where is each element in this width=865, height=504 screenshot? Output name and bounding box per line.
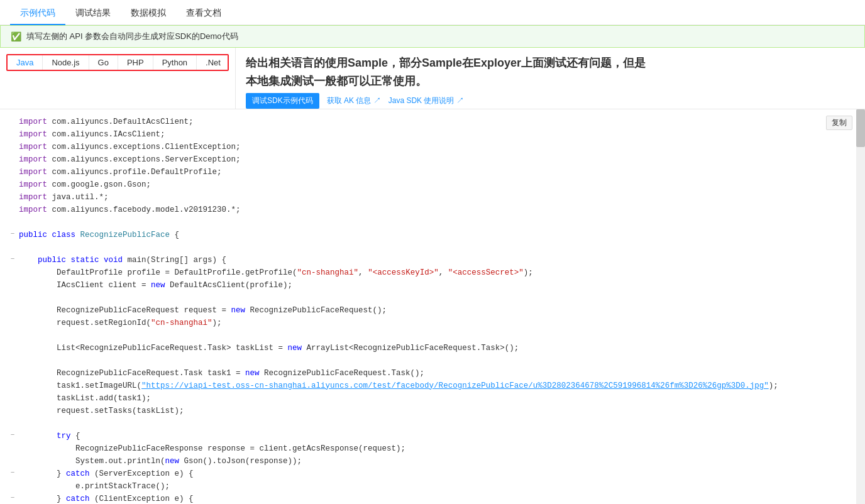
code-content xyxy=(19,216,852,229)
lang-tabs-container: Java Node.js Go PHP Python .Net Ruby xyxy=(6,54,229,71)
desc-actions: 调试SDK示例代码 获取 AK 信息 ↗ Java SDK 使用说明 ↗ xyxy=(246,93,855,109)
code-content: import com.aliyuncs.facebody.model.v2019… xyxy=(19,204,852,216)
code-content: IAcsClient client = new DefaultAcsClient… xyxy=(19,279,852,292)
code-line xyxy=(6,292,865,304)
code-line: import java.util.*; xyxy=(6,191,865,204)
code-line xyxy=(6,417,865,430)
lang-tab-nodejs[interactable]: Node.js xyxy=(43,55,89,70)
info-banner: ✅ 填写左侧的 API 参数会自动同步生成对应SDK的Demo代码 xyxy=(0,25,865,48)
code-line: import com.aliyuncs.IAcsClient; xyxy=(6,128,865,141)
code-line: import com.aliyuncs.exceptions.ClientExc… xyxy=(6,141,865,153)
code-content: DefaultProfile profile = DefaultProfile.… xyxy=(19,266,852,279)
code-content: RecognizePublicFaceRequest.Task task1 = … xyxy=(19,367,852,380)
code-line: import com.aliyuncs.profile.DefaultProfi… xyxy=(6,166,865,178)
nav-tab-docs[interactable]: 查看文档 xyxy=(176,0,231,25)
code-line: IAcsClient client = new DefaultAcsClient… xyxy=(6,279,865,292)
code-content: request.setRegionId("cn-shanghai"); xyxy=(19,317,852,329)
code-line: RecognizePublicFaceRequest request = new… xyxy=(6,304,865,317)
sdk-demo-button[interactable]: 调试SDK示例代码 xyxy=(246,93,319,109)
code-line: − } catch (ClientException e) { xyxy=(6,493,865,504)
right-panel: 给出相关语言的使用Sample，部分Sample在Exployer上面测试还有问… xyxy=(236,48,865,109)
code-content: import com.google.gson.Gson; xyxy=(19,178,852,191)
fold-col-catch2[interactable]: − xyxy=(6,493,19,504)
left-panel: Java Node.js Go PHP Python .Net Ruby xyxy=(0,48,236,109)
code-section: 复制 import com.aliyuncs.DefaultAcsClient;… xyxy=(0,109,865,504)
banner-text: 填写左侧的 API 参数会自动同步生成对应SDK的Demo代码 xyxy=(26,31,238,42)
lang-tab-python[interactable]: Python xyxy=(153,55,197,70)
code-content xyxy=(19,417,852,430)
code-content: taskList.add(task1); xyxy=(19,392,852,405)
code-content: request.setTasks(taskList); xyxy=(19,405,852,417)
code-line: − public class RecognizePublicFace { xyxy=(6,229,865,241)
code-line: List<RecognizePublicFaceRequest.Task> ta… xyxy=(6,342,865,354)
code-content: import java.util.*; xyxy=(19,191,852,204)
main-container: Java Node.js Go PHP Python .Net Ruby 给出相… xyxy=(0,48,865,504)
nav-tab-mock[interactable]: 数据模拟 xyxy=(121,0,176,25)
code-line: import com.aliyuncs.facebody.model.v2019… xyxy=(6,204,865,216)
code-line: e.printStackTrace(); xyxy=(6,480,865,493)
lang-tab-java[interactable]: Java xyxy=(8,55,43,70)
nav-tab-sample[interactable]: 示例代码 xyxy=(10,0,65,25)
scrollbar[interactable] xyxy=(856,109,865,504)
code-line: RecognizePublicFaceResponse response = c… xyxy=(6,442,865,455)
code-content: import com.aliyuncs.exceptions.ServerExc… xyxy=(19,153,852,166)
code-content: List<RecognizePublicFaceRequest.Task> ta… xyxy=(19,342,852,354)
code-line: − public static void main(String[] args)… xyxy=(6,254,865,266)
fold-col-catch1[interactable]: − xyxy=(6,468,19,479)
code-line: task1.setImageURL("https://viapi-test.os… xyxy=(6,380,865,392)
code-line: import com.google.gson.Gson; xyxy=(6,178,865,191)
desc-line1: 给出相关语言的使用Sample，部分Sample在Exployer上面测试还有问… xyxy=(246,57,646,69)
scrollbar-thumb[interactable] xyxy=(856,109,865,147)
check-circle-icon: ✅ xyxy=(11,31,21,41)
lang-tab-php[interactable]: PHP xyxy=(118,55,153,70)
code-content: } catch (ClientException e) { xyxy=(19,493,852,504)
fold-col-try[interactable]: − xyxy=(6,430,19,441)
lang-tab-go[interactable]: Go xyxy=(89,55,118,70)
code-content: } catch (ServerException e) { xyxy=(19,468,852,480)
code-content: RecognizePublicFaceRequest request = new… xyxy=(19,304,852,317)
code-line xyxy=(6,241,865,254)
code-line: taskList.add(task1); xyxy=(6,392,865,405)
desc-text: 给出相关语言的使用Sample，部分Sample在Exployer上面测试还有问… xyxy=(246,54,855,90)
code-line: request.setTasks(taskList); xyxy=(6,405,865,417)
code-content: public class RecognizePublicFace { xyxy=(19,229,852,241)
ak-info-link[interactable]: 获取 AK 信息 ↗ xyxy=(327,96,381,106)
code-line: DefaultProfile profile = DefaultProfile.… xyxy=(6,266,865,279)
code-line xyxy=(6,329,865,342)
desc-line2: 本地集成测试一般都可以正常使用。 xyxy=(246,75,427,87)
code-content: task1.setImageURL("https://viapi-test.os… xyxy=(19,380,852,392)
lang-tab-dotnet[interactable]: .Net xyxy=(197,55,229,70)
code-content: e.printStackTrace(); xyxy=(19,480,852,493)
fold-col-main[interactable]: − xyxy=(6,254,19,265)
code-line: System.out.println(new Gson().toJson(res… xyxy=(6,455,865,468)
code-line: request.setRegionId("cn-shanghai"); xyxy=(6,317,865,329)
lang-tabs-wrapper: Java Node.js Go PHP Python .Net Ruby xyxy=(0,48,235,71)
fold-col-class[interactable]: − xyxy=(6,229,19,240)
code-area: import com.aliyuncs.DefaultAcsClient; im… xyxy=(0,109,865,504)
code-line: RecognizePublicFaceRequest.Task task1 = … xyxy=(6,367,865,380)
copy-button[interactable]: 复制 xyxy=(826,116,852,130)
code-content: public static void main(String[] args) { xyxy=(19,254,852,266)
code-line: − try { xyxy=(6,430,865,442)
code-content xyxy=(19,354,852,367)
code-line: − } catch (ServerException e) { xyxy=(6,468,865,480)
code-line: import com.aliyuncs.exceptions.ServerExc… xyxy=(6,153,865,166)
sdk-doc-link[interactable]: Java SDK 使用说明 ↗ xyxy=(388,96,464,106)
code-content: import com.aliyuncs.exceptions.ClientExc… xyxy=(19,141,852,153)
code-content: try { xyxy=(19,430,852,442)
code-content xyxy=(19,329,852,342)
nav-tab-debug[interactable]: 调试结果 xyxy=(65,0,121,25)
code-line xyxy=(6,354,865,367)
code-line xyxy=(6,216,865,229)
code-content: import com.aliyuncs.profile.DefaultProfi… xyxy=(19,166,852,178)
code-line: import com.aliyuncs.DefaultAcsClient; xyxy=(6,116,865,128)
top-section: Java Node.js Go PHP Python .Net Ruby 给出相… xyxy=(0,48,865,109)
code-content: RecognizePublicFaceResponse response = c… xyxy=(19,442,852,455)
code-content: import com.aliyuncs.DefaultAcsClient; xyxy=(19,116,852,128)
code-content xyxy=(19,241,852,254)
top-nav: 示例代码 调试结果 数据模拟 查看文档 xyxy=(0,0,865,25)
code-content: import com.aliyuncs.IAcsClient; xyxy=(19,128,852,141)
code-content: System.out.println(new Gson().toJson(res… xyxy=(19,455,852,468)
code-content xyxy=(19,292,852,304)
